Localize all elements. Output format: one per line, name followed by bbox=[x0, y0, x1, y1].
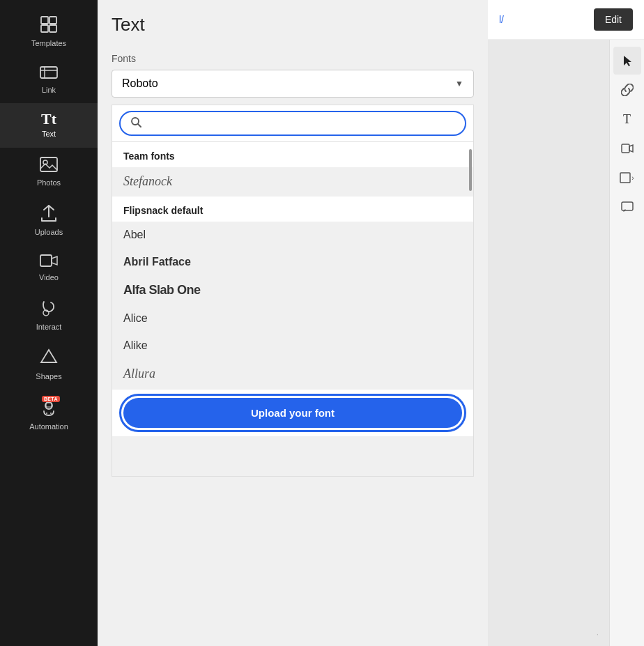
shape-tool-button[interactable]: › bbox=[613, 164, 641, 192]
upload-btn-container: Upload your font bbox=[112, 389, 473, 436]
font-item-alice[interactable]: Alice bbox=[112, 305, 473, 332]
font-item-alfa-slab-one[interactable]: Alfa Slab One bbox=[112, 276, 473, 305]
svg-rect-9 bbox=[40, 255, 52, 266]
canvas-area: · bbox=[488, 40, 609, 646]
font-item-alike[interactable]: Alike bbox=[112, 332, 473, 360]
sidebar: Templates Link Tt Text bbox=[0, 0, 98, 646]
search-circled-container bbox=[119, 111, 466, 136]
sidebar-item-label: Uploads bbox=[35, 228, 63, 237]
svg-marker-12 bbox=[41, 350, 56, 362]
font-item-stefanock[interactable]: Stefanock bbox=[112, 167, 473, 197]
sidebar-item-label: Interact bbox=[36, 323, 62, 332]
svg-marker-10 bbox=[52, 256, 57, 265]
font-item-abel[interactable]: Abel bbox=[112, 222, 473, 249]
team-fonts-header: Team fonts bbox=[112, 142, 473, 167]
search-icon bbox=[130, 116, 141, 130]
fonts-section: Fonts Roboto ▼ bbox=[98, 43, 488, 646]
svg-marker-23 bbox=[629, 145, 633, 152]
svg-rect-3 bbox=[49, 25, 56, 32]
comment-tool-button[interactable] bbox=[613, 193, 641, 221]
video-icon bbox=[40, 254, 58, 270]
beta-badge: BETA bbox=[42, 396, 60, 402]
font-list-scroll[interactable]: Team fonts Stefanock Flipsnack default A… bbox=[112, 142, 474, 477]
cursor-tool-button[interactable] bbox=[613, 47, 641, 75]
shapes-icon bbox=[40, 348, 58, 369]
sidebar-item-uploads[interactable]: Uploads bbox=[0, 196, 98, 245]
svg-rect-22 bbox=[622, 144, 629, 153]
selected-font-name: Roboto bbox=[122, 77, 158, 90]
font-search-input[interactable] bbox=[153, 118, 455, 129]
sidebar-item-text[interactable]: Tt Text bbox=[0, 103, 98, 147]
sidebar-item-interact[interactable]: Interact bbox=[0, 291, 98, 340]
panel-title: Text bbox=[112, 14, 474, 36]
svg-rect-25 bbox=[622, 202, 633, 210]
svg-rect-1 bbox=[49, 17, 56, 24]
svg-rect-0 bbox=[41, 17, 48, 24]
text-tool-button[interactable]: T bbox=[613, 105, 641, 133]
photos-icon bbox=[40, 156, 58, 176]
font-dropdown[interactable]: Roboto ▼ bbox=[112, 70, 474, 98]
sidebar-item-label: Link bbox=[42, 86, 56, 95]
svg-rect-4 bbox=[40, 67, 57, 78]
panel-header: Text bbox=[98, 0, 488, 43]
sidebar-item-label: Automation bbox=[29, 422, 68, 431]
sidebar-item-link[interactable]: Link bbox=[0, 56, 98, 103]
svg-line-20 bbox=[138, 124, 141, 127]
svg-rect-24 bbox=[620, 173, 630, 183]
sidebar-item-label: Text bbox=[42, 130, 56, 139]
sidebar-item-label: Video bbox=[39, 273, 59, 282]
link-sidebar-icon bbox=[40, 65, 58, 83]
templates-icon bbox=[40, 15, 58, 36]
font-item-abril-fatface[interactable]: Abril Fatface bbox=[112, 249, 473, 276]
sidebar-item-templates[interactable]: Templates bbox=[0, 7, 98, 56]
video-tool-button[interactable] bbox=[613, 134, 641, 162]
sidebar-item-label: Photos bbox=[37, 178, 61, 187]
interact-icon bbox=[40, 299, 58, 320]
font-item-allura[interactable]: Allura bbox=[112, 360, 473, 389]
canvas-url-text: l/ bbox=[499, 14, 504, 25]
sidebar-item-shapes[interactable]: Shapes bbox=[0, 340, 98, 390]
dropdown-arrow-icon: ▼ bbox=[455, 79, 463, 89]
scrollbar-indicator bbox=[469, 149, 472, 191]
right-panel-wrapper: · T bbox=[488, 40, 644, 646]
uploads-icon bbox=[40, 204, 57, 225]
right-toolbar: T › bbox=[609, 40, 644, 646]
sidebar-item-label: Templates bbox=[31, 39, 66, 48]
panel-area: Text Fonts Roboto ▼ bbox=[98, 0, 488, 646]
text-sidebar-icon: Tt bbox=[41, 111, 56, 127]
app-layout: Templates Link Tt Text bbox=[0, 0, 644, 646]
sidebar-item-photos[interactable]: Photos bbox=[0, 148, 98, 196]
svg-rect-2 bbox=[41, 25, 48, 32]
sidebar-item-video[interactable]: Video bbox=[0, 245, 98, 291]
sidebar-item-label: Shapes bbox=[36, 372, 61, 381]
sidebar-item-automation[interactable]: BETA Automation bbox=[0, 390, 98, 440]
fonts-label: Fonts bbox=[112, 53, 474, 64]
flipsnack-default-header: Flipsnack default bbox=[112, 197, 473, 222]
link-tool-button[interactable] bbox=[613, 76, 641, 104]
upload-font-button[interactable]: Upload your font bbox=[123, 398, 462, 428]
edit-button[interactable]: Edit bbox=[594, 8, 633, 31]
right-side: l/ Edit · bbox=[488, 0, 644, 646]
top-bar: l/ Edit bbox=[488, 0, 644, 40]
svg-rect-7 bbox=[40, 157, 57, 171]
svg-marker-21 bbox=[624, 56, 631, 66]
